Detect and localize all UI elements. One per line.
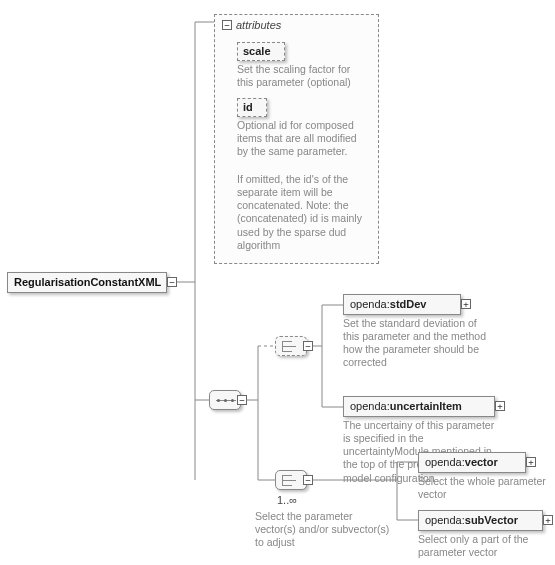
stddev-box: openda:stdDev	[343, 294, 461, 315]
minus-icon: −	[222, 20, 232, 30]
attr-id-box: id	[237, 98, 267, 117]
plus-icon: +	[495, 401, 505, 411]
minus-icon: −	[167, 277, 177, 287]
multiplicity-label: 1..∞	[277, 494, 297, 506]
stddev-prefix: openda:	[350, 298, 390, 310]
attributes-header: attributes	[236, 19, 281, 31]
attr-scale-box: scale	[237, 42, 285, 61]
stddev-name: stdDev	[390, 298, 427, 310]
subvector-name: subVector	[465, 514, 518, 526]
vector-desc: Select the whole parameter vector	[418, 475, 548, 501]
root-element-label: RegularisationConstantXML	[14, 276, 161, 288]
minus-icon: −	[303, 475, 313, 485]
attr-scale-label: scale	[243, 45, 271, 57]
plus-icon: +	[461, 299, 471, 309]
vector-box: openda:vector	[418, 452, 526, 473]
attr-scale-desc: Set the scaling factor for this paramete…	[237, 63, 369, 89]
vector-prefix: openda:	[425, 456, 465, 468]
subvector-prefix: openda:	[425, 514, 465, 526]
minus-icon: −	[237, 395, 247, 405]
plus-icon: +	[543, 515, 553, 525]
stddev-desc: Set the standard deviation of this param…	[343, 317, 488, 370]
multiplicity-desc: Select the parameter vector(s) and/or su…	[255, 510, 393, 549]
uncertainitem-name: uncertainItem	[390, 400, 462, 412]
attr-id-desc1: Optional id for composed items that are …	[237, 119, 369, 158]
root-element-box: RegularisationConstantXML	[7, 272, 167, 293]
subvector-desc: Select only a part of the parameter vect…	[418, 533, 548, 559]
vector-name: vector	[465, 456, 498, 468]
uncertainitem-prefix: openda:	[350, 400, 390, 412]
attr-id-desc2: If omitted, the id's of the separate ite…	[237, 173, 369, 252]
plus-icon: +	[526, 457, 536, 467]
uncertainitem-box: openda:uncertainItem	[343, 396, 495, 417]
minus-icon: −	[303, 341, 313, 351]
subvector-box: openda:subVector	[418, 510, 543, 531]
attr-id-label: id	[243, 101, 253, 113]
